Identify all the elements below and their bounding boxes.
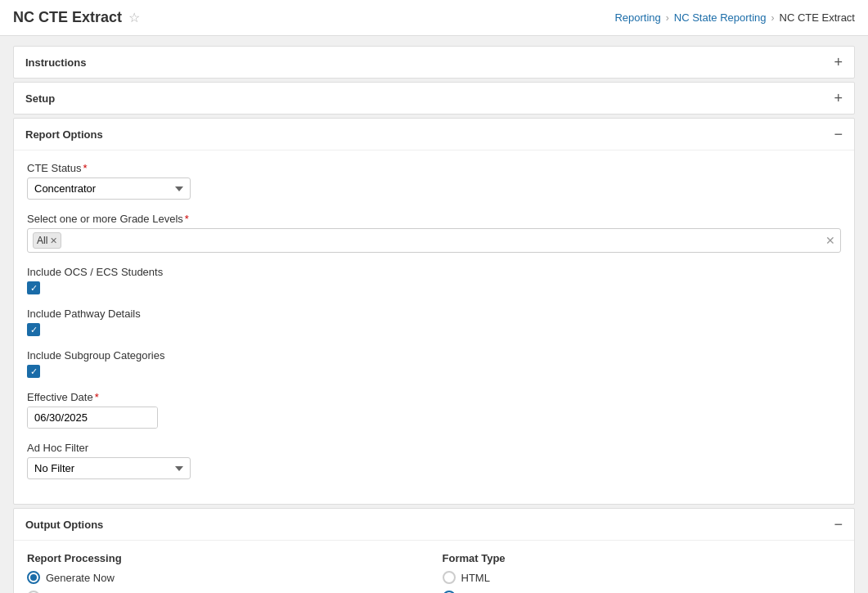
radio-html-circle — [443, 571, 456, 584]
output-options-toggle: − — [834, 517, 843, 532]
setup-section-header[interactable]: Setup + — [14, 83, 854, 114]
grade-levels-label: Select one or more Grade Levels* — [27, 213, 841, 225]
report-options-body: CTE Status* Concentrator Participant All… — [14, 150, 854, 504]
report-options-toggle: − — [834, 127, 843, 142]
instructions-section: Instructions + — [13, 46, 855, 79]
ad-hoc-filter-label: Ad Hoc Filter — [27, 442, 841, 454]
include-subgroup-checkbox-wrapper: ✓ — [27, 365, 841, 378]
radio-html-label: HTML — [461, 572, 490, 584]
radio-generate-now[interactable]: Generate Now — [27, 571, 426, 584]
ad-hoc-filter-group: Ad Hoc Filter No Filter — [27, 442, 841, 479]
include-pathway-checkbox[interactable]: ✓ — [27, 323, 40, 336]
cte-status-group: CTE Status* Concentrator Participant All — [27, 162, 841, 200]
cte-status-select[interactable]: Concentrator Participant All — [27, 177, 191, 200]
include-subgroup-checkbox[interactable]: ✓ — [27, 365, 40, 378]
include-subgroup-group: Include Subgroup Categories ✓ — [27, 349, 841, 378]
format-type-title: Format Type — [443, 552, 842, 564]
grade-level-tag-all-remove[interactable]: ✕ — [50, 236, 57, 245]
report-processing-radio-group: Generate Now Submit to Batch Queue — [27, 571, 426, 593]
output-options-body: Report Processing Generate Now Submit to… — [14, 540, 854, 593]
breadcrumb: Reporting › NC State Reporting › NC CTE … — [614, 11, 855, 24]
effective-date-input-wrapper — [27, 407, 158, 429]
include-pathway-checkbox-wrapper: ✓ — [27, 323, 841, 336]
breadcrumb-current: NC CTE Extract — [780, 11, 855, 24]
include-subgroup-label: Include Subgroup Categories — [27, 349, 841, 362]
page-wrapper: NC CTE Extract ☆ Reporting › NC State Re… — [0, 0, 868, 593]
include-ocs-label: Include OCS / ECS Students — [27, 266, 841, 278]
include-ocs-checkmark: ✓ — [30, 284, 38, 293]
radio-generate-now-circle — [27, 571, 40, 584]
effective-date-label: Effective Date* — [27, 391, 841, 403]
include-pathway-label: Include Pathway Details — [27, 308, 841, 320]
include-ocs-group: Include OCS / ECS Students ✓ — [27, 266, 841, 294]
output-grid: Report Processing Generate Now Submit to… — [27, 552, 841, 593]
include-pathway-checkmark: ✓ — [30, 326, 38, 335]
effective-date-group: Effective Date* — [27, 391, 841, 429]
radio-generate-now-label: Generate Now — [46, 572, 115, 584]
breadcrumb-reporting[interactable]: Reporting — [614, 11, 660, 24]
setup-section: Setup + — [13, 82, 855, 115]
report-options-section: Report Options − CTE Status* Concentrato… — [13, 118, 855, 505]
output-options-title: Output Options — [25, 519, 103, 531]
include-ocs-checkbox-wrapper: ✓ — [27, 281, 841, 294]
breadcrumb-sep-2: › — [771, 12, 775, 24]
format-type-radio-group: HTML CSV — [443, 571, 842, 593]
setup-toggle: + — [834, 91, 843, 106]
include-ocs-checkbox[interactable]: ✓ — [27, 281, 40, 294]
report-processing-title: Report Processing — [27, 552, 426, 564]
effective-date-input[interactable] — [28, 407, 158, 428]
grade-levels-required: * — [185, 213, 189, 225]
include-subgroup-checkmark: ✓ — [30, 367, 38, 376]
effective-date-required: * — [95, 391, 99, 403]
setup-title: Setup — [25, 92, 55, 105]
output-options-section: Output Options − Report Processing Gener… — [13, 508, 855, 593]
page-title: NC CTE Extract — [13, 9, 122, 26]
header: NC CTE Extract ☆ Reporting › NC State Re… — [0, 0, 868, 36]
star-icon[interactable]: ☆ — [128, 10, 140, 25]
main-content: Instructions + Setup + Report Options − … — [0, 36, 868, 593]
output-options-section-header[interactable]: Output Options − — [14, 509, 854, 540]
format-type-col: Format Type HTML CSV — [443, 552, 842, 593]
grade-levels-multiselect[interactable]: All ✕ ✕ — [27, 228, 841, 253]
include-pathway-group: Include Pathway Details ✓ — [27, 308, 841, 336]
instructions-section-header[interactable]: Instructions + — [14, 47, 854, 78]
cte-status-required: * — [83, 162, 87, 174]
grade-levels-group: Select one or more Grade Levels* All ✕ ✕ — [27, 213, 841, 253]
cte-status-label: CTE Status* — [27, 162, 841, 174]
ad-hoc-filter-select[interactable]: No Filter — [27, 457, 191, 479]
instructions-toggle: + — [834, 55, 843, 70]
radio-html[interactable]: HTML — [443, 571, 842, 584]
breadcrumb-nc-state-reporting[interactable]: NC State Reporting — [674, 11, 767, 24]
report-processing-col: Report Processing Generate Now Submit to… — [27, 552, 426, 593]
grade-level-tag-all: All ✕ — [33, 232, 61, 249]
breadcrumb-sep-1: › — [666, 12, 669, 24]
report-options-title: Report Options — [25, 128, 103, 141]
grade-levels-clear[interactable]: ✕ — [825, 234, 835, 247]
report-options-section-header[interactable]: Report Options − — [14, 119, 854, 150]
instructions-title: Instructions — [25, 56, 86, 69]
grade-level-tag-all-label: All — [37, 235, 47, 246]
header-left: NC CTE Extract ☆ — [13, 9, 140, 26]
